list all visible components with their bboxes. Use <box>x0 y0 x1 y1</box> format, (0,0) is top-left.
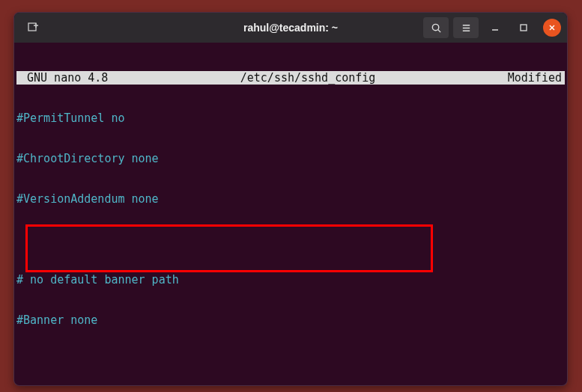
nano-version: GNU nano 4.8 <box>16 71 108 85</box>
config-line: # no default banner path <box>16 273 565 287</box>
svg-rect-9 <box>521 25 527 31</box>
svg-line-4 <box>437 29 440 31</box>
svg-rect-0 <box>28 23 36 31</box>
nano-status-bar: GNU nano 4.8 /etc/ssh/sshd_config Modifi… <box>16 71 565 85</box>
new-tab-button[interactable] <box>20 17 46 38</box>
hamburger-menu-button[interactable] <box>453 17 479 38</box>
config-line: #Banner none <box>16 313 565 327</box>
nano-modified-flag: Modified <box>508 71 565 85</box>
config-line: #VersionAddendum none <box>16 192 565 206</box>
close-button[interactable] <box>543 19 561 37</box>
minimize-button[interactable] <box>485 18 505 37</box>
terminal-window: rahul@tecadmin: ~ GNU nano 4.8 /etc/ssh/… <box>13 12 568 386</box>
editor-area[interactable]: GNU nano 4.8 /etc/ssh/sshd_config Modifi… <box>14 43 567 386</box>
nano-filename: /etc/ssh/sshd_config <box>108 71 507 85</box>
config-line: #ChrootDirectory none <box>16 152 565 165</box>
maximize-button[interactable] <box>514 18 533 37</box>
svg-point-3 <box>432 24 438 30</box>
search-button[interactable] <box>423 17 449 38</box>
titlebar: rahul@tecadmin: ~ <box>14 13 567 43</box>
config-line: #PermitTunnel no <box>16 111 565 125</box>
blank-line <box>16 233 565 246</box>
blank-line <box>16 354 565 367</box>
